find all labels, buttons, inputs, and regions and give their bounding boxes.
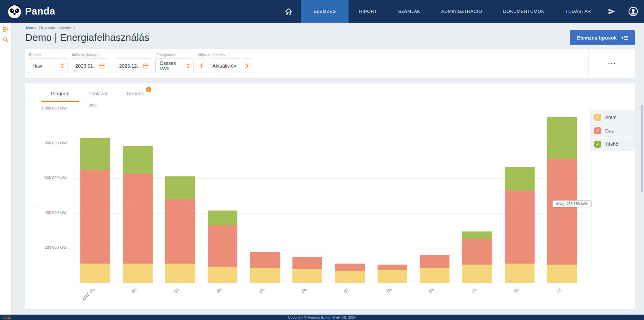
list-arrow-icon [621,35,628,40]
bar-segment-aram[interactable] [505,264,535,283]
bar-segment-aram[interactable] [420,268,449,283]
bar-segment-aram[interactable] [123,264,153,283]
bar-09[interactable] [420,255,449,283]
bar-segment-tavho[interactable] [208,211,237,225]
bar-segment-aram[interactable] [208,267,237,283]
date-from-input[interactable]: 2023.01. [71,58,108,73]
bar-segment-tavho[interactable] [462,231,492,239]
nav-item-dokumentumok[interactable]: DOKUMENTUMOK [492,0,555,23]
top-nav: Panda ELEMZÉSRIPORTSZÁMLÁKADMINISZTRÁCIÓ… [0,0,644,23]
gridline [74,144,583,144]
current-period-button[interactable]: Aktuális év [209,58,240,73]
bar-11[interactable] [505,167,535,283]
user-account-button[interactable] [622,0,644,23]
x-axis-line [74,283,583,283]
bar-05[interactable] [250,252,280,283]
bar-segment-gaz[interactable] [292,257,322,269]
y-tick-label: 800 000 kWh [25,141,68,145]
chevron-right-icon [246,63,249,69]
date-to-input[interactable]: 2023.12. [115,58,152,73]
nav-item-tudastar[interactable]: TUDÁSTÁR [555,0,601,23]
legend-checkbox-tavho[interactable]: ✓ [594,141,601,148]
bar-segment-aram[interactable] [462,265,492,283]
bar-segment-aram[interactable] [335,271,365,283]
y-tick-label: 400 000 kWh [25,211,68,215]
nav-item-adminisztracio[interactable]: ADMINISZTRÁCIÓ [431,0,492,23]
nav-item-elemzes[interactable]: ELEMZÉS [301,0,349,23]
brand[interactable]: Panda [7,4,55,19]
bar-segment-aram[interactable] [547,265,577,283]
bar-2023-01[interactable] [80,138,110,283]
search-icon[interactable] [3,37,8,43]
scrollbar[interactable] [641,105,643,193]
bar-segment-aram[interactable] [165,264,195,283]
average-tooltip: Átlag: 436 183 kWh [552,200,592,207]
sidebar [0,23,11,315]
bar-06[interactable] [292,257,322,283]
bar-03[interactable] [165,176,195,283]
bar-segment-aram[interactable] [378,270,407,283]
bar-segment-gaz[interactable] [378,265,407,270]
analysis-types-button[interactable]: Elemzés típusok [570,30,635,45]
energianem-value: Összes kWh [160,60,187,71]
bar-segment-gaz[interactable] [420,255,449,268]
chart-year-label: 2023 [89,103,98,107]
bar-segment-tavho[interactable] [505,167,535,191]
nav-item-szamlak[interactable]: SZÁMLÁK [388,0,431,23]
bar-segment-tavho[interactable] [80,138,110,170]
bontas-label: Bontás [29,53,68,57]
legend-item-gaz[interactable]: ✓Gáz [590,124,635,138]
bar-segment-gaz[interactable] [80,170,110,264]
bar-08[interactable] [378,265,407,283]
chart-legend: ✓Áram✓Gáz✓Távhő [590,110,635,151]
gridline [74,109,583,109]
bar-segment-gaz[interactable] [547,159,577,265]
x-tick-label: 10. [471,287,478,294]
x-tick-label: 02. [131,287,138,294]
next-period-button[interactable] [243,58,252,73]
x-tick-label: 06. [301,287,308,294]
bar-segment-aram[interactable] [292,269,322,283]
nav-item-riport[interactable]: RIPORT [349,0,387,23]
x-tick-label: 2023. 01. [81,287,95,301]
legend-item-aram[interactable]: ✓Áram [590,110,635,124]
bar-10[interactable] [462,231,492,283]
bar-04[interactable] [208,211,237,283]
bar-07[interactable] [335,264,365,283]
energianem-select[interactable]: Összes kWh [155,58,194,73]
chart-area: 2023 200 000 kWh400 000 kWh600 000 kWh80… [25,83,635,309]
bontas-select[interactable]: Havi [28,58,68,73]
bar-segment-gaz[interactable] [208,225,237,267]
breadcrumb-link[interactable]: Demo [26,25,36,29]
bar-02[interactable] [123,146,153,283]
bar-segment-gaz[interactable] [165,199,195,264]
legend-label: Áram [605,115,616,120]
prev-period-button[interactable] [197,58,206,73]
bar-12[interactable] [547,117,577,283]
bar-segment-aram[interactable] [250,268,280,283]
bar-segment-tavho[interactable] [123,146,153,174]
legend-item-tavho[interactable]: ✓Távhő [590,138,635,151]
bar-segment-tavho[interactable] [165,176,195,199]
more-options-button[interactable]: ⋯ [588,49,635,78]
sidebar-toggle-icon[interactable] [3,27,9,32]
bar-segment-aram[interactable] [80,264,110,283]
average-line [31,207,583,207]
bar-segment-gaz[interactable] [250,252,280,268]
x-tick-label: 05. [258,287,265,294]
send-button[interactable] [601,0,622,23]
legend-checkbox-aram[interactable]: ✓ [594,114,601,121]
energianem-label: Energianem [156,53,194,57]
x-tick-label: 04. [216,287,223,294]
bar-segment-gaz[interactable] [505,191,535,264]
breadcrumb-rest: | Egyetem (napelem) [39,25,75,29]
bar-segment-gaz[interactable] [462,239,492,265]
brand-name: Panda [25,6,55,17]
home-button[interactable] [276,0,301,23]
bar-segment-tavho[interactable] [547,117,577,159]
leptetes-label: Időszak léptetés [198,53,252,57]
legend-label: Gáz [605,128,614,133]
bar-segment-gaz[interactable] [123,174,153,264]
bar-segment-gaz[interactable] [335,264,365,271]
legend-checkbox-gaz[interactable]: ✓ [594,127,601,134]
